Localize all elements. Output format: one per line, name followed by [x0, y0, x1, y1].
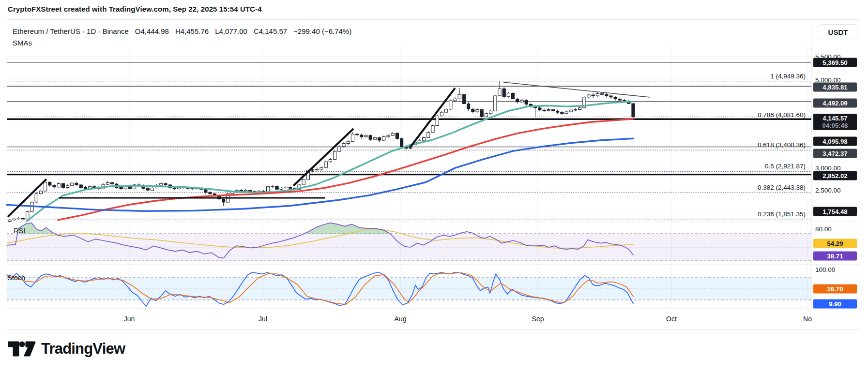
- open-value: O4,444.98: [135, 27, 169, 35]
- tradingview-brand-text: TradingView: [41, 340, 125, 358]
- close-value: C4,145.57: [254, 27, 287, 35]
- price-badge: 9.90: [813, 299, 857, 309]
- price-axis-label[interactable]: 2,500.00: [815, 187, 841, 194]
- price-axis-label[interactable]: 100.00: [815, 266, 835, 273]
- fib-level-label: 0.5 (2,921.87): [765, 163, 806, 170]
- chart-legend: Ethereum / TetherUS · 1D · BinanceO4,444…: [13, 27, 351, 35]
- stoch-pane-label[interactable]: Stoch: [7, 274, 25, 282]
- fib-level-label: 0.382 (2,443.38): [758, 184, 806, 191]
- price-badge: 38.71: [813, 252, 857, 261]
- price-axis-label[interactable]: 80.00: [815, 225, 832, 233]
- ohlc-values: O4,444.98H4,455.76L4,077.00C4,145.57: [129, 27, 287, 35]
- bar-countdown: 04:05:48: [813, 122, 857, 129]
- chart-canvas[interactable]: [0, 0, 868, 335]
- candlesticks: [8, 81, 635, 223]
- fib-level-label: 0.236 (1,851.35): [758, 210, 806, 218]
- symbol-title[interactable]: Ethereum / TetherUS · 1D · Binance: [13, 27, 129, 35]
- smas-legend[interactable]: SMAs: [13, 39, 32, 47]
- price-badge: 4,145.5704:05:48: [813, 114, 857, 130]
- price-badge: 28.70: [813, 284, 857, 294]
- time-axis-label[interactable]: Oct: [666, 315, 677, 323]
- change-value: −299.40 (−6.74%): [293, 27, 351, 35]
- low-value: L4,077.00: [215, 27, 247, 35]
- currency-toggle-button[interactable]: USDT: [818, 24, 858, 40]
- price-badge: 54.29: [813, 239, 857, 248]
- price-axis-label[interactable]: 3,000.00: [815, 165, 841, 172]
- price-badge: 4,492.09: [813, 99, 857, 108]
- fib-level-label: 1 (4,949.36): [770, 73, 806, 80]
- rsi-pane-label[interactable]: RSI: [14, 227, 25, 235]
- tradingview-footer[interactable]: TradingView: [8, 339, 125, 359]
- time-axis-label[interactable]: No: [803, 315, 812, 323]
- fib-level-label: 0.786 (4,081.60): [758, 111, 806, 119]
- fib-level-label: 0.618 (3,400.36): [758, 141, 806, 149]
- tradingview-logo-icon: [8, 339, 36, 359]
- price-badge: 2,852.02: [813, 171, 857, 180]
- price-badge: 3,472.37: [813, 149, 857, 158]
- time-axis-label[interactable]: Jun: [124, 315, 135, 323]
- price-badge: 1,754.48: [813, 207, 857, 216]
- time-axis-label[interactable]: Aug: [395, 315, 407, 323]
- price-badge: 4,095.98: [813, 137, 857, 146]
- time-axis-label[interactable]: Jul: [259, 315, 267, 323]
- time-axis-label[interactable]: Sep: [532, 315, 544, 323]
- high-value: H4,455.76: [175, 27, 209, 35]
- price-badge: 5,369.50: [813, 58, 857, 67]
- price-badge: 4,835.81: [813, 83, 857, 92]
